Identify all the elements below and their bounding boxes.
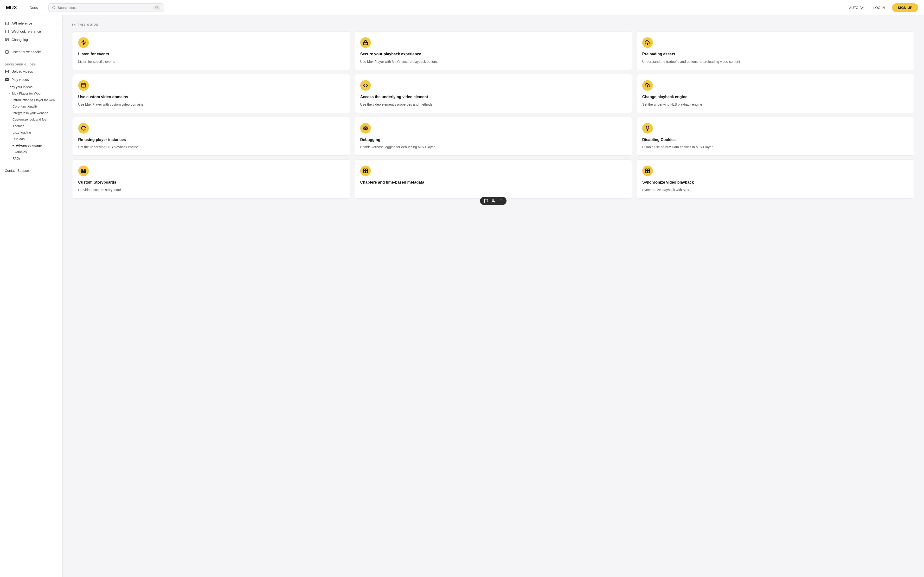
search-bar[interactable]: ⌘K — [48, 3, 164, 12]
sidebar-sub-label: Run ads — [13, 137, 24, 141]
card-title: Change playback engine — [642, 95, 908, 100]
browser-icon — [81, 83, 86, 88]
card-title: Preloading assets — [642, 52, 908, 57]
sidebar-sub-item-faqs[interactable]: FAQs — [13, 155, 62, 162]
card-title: Use custom video domains — [78, 95, 344, 100]
card-desc: Set the underlying HLS playback engine — [78, 145, 344, 150]
card-chapters-metadata[interactable]: Chapters and time-based metadata — [354, 160, 633, 198]
sidebar-item-label: Webhook reference — [11, 30, 41, 34]
log-in-button[interactable]: LOG IN — [870, 4, 888, 11]
card-icon-wrap — [642, 123, 653, 134]
plus-icon — [5, 69, 9, 74]
card-debugging[interactable]: Debugging Enable verbose logging for deb… — [354, 117, 633, 156]
card-disabling-cookies[interactable]: Disabling Cookies Disable use of Mux Dat… — [636, 117, 914, 156]
sidebar-sub-item-mux-player-web[interactable]: ▾ Mux Player for Web — [9, 90, 62, 97]
card-reusing-player[interactable]: Re-using player instances Set the underl… — [72, 117, 350, 156]
chevron-down-icon: ▾ — [9, 92, 10, 95]
contact-support-link[interactable]: Contact Support — [0, 166, 62, 176]
cloud-down-icon — [645, 40, 650, 45]
floating-toolbar — [480, 197, 507, 205]
card-desc: Listen for specific events — [78, 59, 344, 64]
card-icon-wrap — [78, 166, 89, 176]
card-underlying-video-element[interactable]: Access the underlying video element Use … — [354, 74, 633, 113]
sidebar-sub-item-run-ads[interactable]: Run ads — [13, 136, 62, 142]
chevron-right-icon: › — [56, 30, 58, 33]
chevron-right-icon: › — [56, 38, 58, 41]
card-change-playback-engine[interactable]: Change playback engine Set the underlyin… — [636, 74, 914, 113]
bolt-icon — [81, 40, 86, 45]
sun-icon — [860, 6, 864, 10]
sidebar-sub-item-integrate-webapp[interactable]: Integrate in your webapp — [13, 110, 62, 116]
sidebar-sub-section: Play your videos ▾ Mux Player for Web In… — [0, 84, 62, 162]
card-desc: Disable use of Mux Data cookies in Mux P… — [642, 145, 908, 150]
chevron-right-icon: › — [56, 22, 58, 25]
grid-icon — [363, 168, 368, 174]
svg-line-1 — [55, 8, 55, 9]
navbar-docs-label: Docs — [27, 6, 41, 10]
sidebar-item-label: Listen for webhooks — [11, 50, 42, 54]
card-desc: Set the underlying HLS playback engine — [642, 102, 908, 107]
card-title: Disabling Cookies — [642, 137, 908, 142]
cloud-up-icon — [645, 83, 650, 88]
sidebar-sub-label: Play your videos — [9, 85, 32, 89]
sidebar-item-changelog[interactable]: Changelog › — [0, 35, 62, 44]
sidebar-sub-label: Mux Player for Web — [12, 92, 40, 95]
card-desc: Enable verbose logging for debugging Mux… — [360, 145, 626, 150]
refresh-icon — [81, 126, 86, 131]
svg-rect-37 — [366, 169, 367, 171]
navbar: MUX Docs ⌘K AUTO LOG IN SIGN UP — [0, 0, 924, 15]
card-icon-wrap — [642, 80, 653, 91]
sidebar-sub-label: Customize look and feel — [13, 118, 47, 121]
card-desc: Use Mux Player with custom video domains — [78, 102, 344, 107]
sidebar-sub-item-customize[interactable]: Customize look and feel — [13, 116, 62, 123]
sidebar-sub-item-themes[interactable]: Themes — [13, 123, 62, 129]
sidebar-sub-label: FAQs — [13, 156, 21, 160]
person-icon[interactable] — [491, 199, 496, 203]
sidebar-item-webhook-reference[interactable]: Webhook reference › — [0, 27, 62, 35]
card-title: Debugging — [360, 137, 626, 142]
card-icon-wrap — [360, 80, 371, 91]
sidebar-sub-item-examples[interactable]: Examples — [13, 149, 62, 155]
card-secure-playback[interactable]: Secure your playback experience Use Mux … — [354, 31, 633, 70]
sidebar-item-play-videos[interactable]: Play videos — [0, 76, 62, 84]
card-title: Access the underlying video element — [360, 95, 626, 100]
search-shortcut: ⌘K — [153, 6, 160, 10]
grid2-icon — [645, 168, 650, 174]
sidebar-sub-item-lazy-loading[interactable]: Lazy-loading — [13, 129, 62, 136]
card-desc: Use the video element's properties and m… — [360, 102, 626, 107]
card-synchronize-playback[interactable]: Synchronize video playback Synchronize p… — [636, 160, 914, 198]
sidebar-item-listen-webhooks[interactable]: Listen for webhooks — [0, 48, 62, 56]
sidebar-sub-item-advanced-usage[interactable]: Advanced usage — [13, 142, 62, 149]
svg-rect-48 — [648, 169, 649, 171]
cards-grid: Listen for events Listen for specific ev… — [72, 31, 914, 198]
svg-marker-23 — [82, 40, 86, 45]
active-bullet — [13, 145, 14, 146]
sign-up-button[interactable]: SIGN UP — [892, 3, 918, 12]
card-title: Chapters and time-based metadata — [360, 180, 626, 185]
svg-rect-11 — [6, 22, 8, 25]
card-icon-wrap — [78, 37, 89, 48]
card-custom-video-domains[interactable]: Use custom video domains Use Mux Player … — [72, 74, 350, 113]
sidebar-item-upload-videos[interactable]: Upload videos — [0, 68, 62, 76]
card-title: Secure your playback experience — [360, 52, 626, 57]
sidebar-sub-item-play-your-videos[interactable]: Play your videos — [9, 84, 62, 90]
sidebar-divider — [0, 58, 62, 58]
auto-theme-button[interactable]: AUTO — [847, 4, 866, 11]
svg-point-40 — [493, 199, 494, 201]
changelog-icon — [5, 37, 9, 42]
minus-icon — [5, 77, 9, 82]
sidebar-sub-item-intro[interactable]: Introduction to Player for web — [13, 97, 62, 103]
sidebar: API reference › Webhook reference › Chan… — [0, 15, 63, 577]
card-desc: Use Mux Player with Mux's secure playbac… — [360, 59, 626, 64]
search-input[interactable] — [58, 6, 151, 10]
list-icon[interactable] — [498, 199, 503, 203]
card-preloading-assets[interactable]: Preloading assets Understand the tradeof… — [636, 31, 914, 70]
sidebar-sub-label: Examples — [13, 150, 27, 154]
sidebar-sub-item-core-functionality[interactable]: Core functionality — [13, 103, 62, 110]
chat-icon[interactable] — [484, 199, 488, 203]
card-desc: Provide a custom storyboard — [78, 187, 344, 192]
sidebar-item-api-reference[interactable]: API reference › — [0, 19, 62, 27]
search-icon — [52, 6, 56, 10]
card-listen-for-events[interactable]: Listen for events Listen for specific ev… — [72, 31, 350, 70]
card-custom-storyboards[interactable]: Custom Storyboards Provide a custom stor… — [72, 160, 350, 198]
